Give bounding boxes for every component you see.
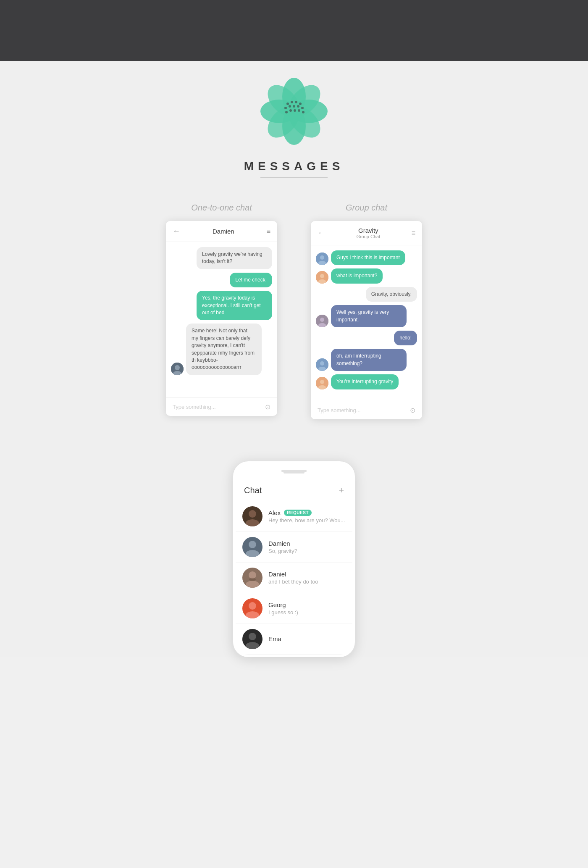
- list-item-info: Georg I guess so :): [268, 601, 346, 615]
- list-item-info: Damien So, gravity?: [268, 540, 346, 554]
- svg-point-39: [318, 323, 326, 327]
- one-to-one-showcase: One-to-one chat ← Damien ≡ Lovely gravit…: [166, 203, 277, 419]
- message-row: Gravity, obviously.: [316, 287, 417, 302]
- menu-button[interactable]: ≡: [412, 229, 415, 237]
- message-bubble: what is important?: [331, 268, 383, 283]
- contact-name: Ema: [268, 635, 346, 642]
- svg-point-21: [302, 111, 304, 113]
- group-chat-subtitle: Group Chat: [356, 234, 380, 239]
- svg-point-32: [320, 255, 324, 260]
- input-placeholder[interactable]: Type something...: [173, 404, 216, 410]
- avatar: [316, 358, 328, 371]
- camera-icon[interactable]: ⊙: [265, 403, 270, 411]
- svg-point-14: [293, 105, 295, 108]
- svg-point-45: [318, 385, 326, 389]
- message-bubble: You're interrupting gravity: [331, 374, 399, 389]
- list-item-info: Daniel and I bet they do too: [268, 571, 346, 585]
- message-row: hello!: [316, 331, 417, 345]
- svg-point-13: [289, 105, 291, 108]
- svg-point-55: [249, 578, 256, 581]
- phone-speaker: [284, 471, 304, 473]
- svg-point-33: [318, 261, 326, 265]
- svg-point-15: [297, 105, 299, 108]
- app-header: [0, 0, 588, 61]
- group-chat-showcase: Group chat ← Gravity Group Chat ≡: [311, 203, 422, 419]
- message-preview: I guess so :): [268, 609, 346, 615]
- one-to-one-label: One-to-one chat: [191, 203, 252, 213]
- flower-logo: [256, 74, 332, 149]
- avatar: [316, 377, 328, 389]
- camera-icon[interactable]: ⊙: [410, 406, 415, 414]
- contact-name: Damien: [268, 540, 346, 547]
- list-item-info: Alex REQUEST Hey there, how are you? Wou…: [268, 509, 346, 523]
- back-button[interactable]: ←: [173, 227, 180, 236]
- group-chat-phone: ← Gravity Group Chat ≡: [311, 221, 422, 419]
- message-bubble: hello!: [394, 331, 417, 345]
- avatar: [242, 568, 262, 588]
- phone-notch: [236, 464, 352, 481]
- message-row: Let me check.: [171, 273, 272, 287]
- svg-point-24: [297, 113, 299, 116]
- list-item[interactable]: Georg I guess so :): [236, 593, 352, 624]
- message-bubble: Lovely gravity we're having today, isn't…: [197, 247, 272, 269]
- message-bubble: Yes, the gravity today is exceptional. I…: [197, 291, 272, 320]
- title-divider: [260, 177, 328, 178]
- svg-point-57: [249, 602, 256, 610]
- svg-point-47: [249, 510, 256, 518]
- contact-name-text: Georg: [268, 601, 286, 608]
- list-item[interactable]: Daniel and I bet they do too: [236, 563, 352, 593]
- svg-point-50: [249, 541, 256, 548]
- message-row: You're interrupting gravity: [316, 374, 417, 389]
- message-bubble: Let me check.: [230, 273, 272, 287]
- contact-name-text: Ema: [268, 635, 281, 642]
- chat-title: Damien: [213, 228, 234, 235]
- add-chat-button[interactable]: +: [339, 485, 344, 496]
- contact-name-text: Alex: [268, 509, 281, 516]
- message-row: Yes, the gravity today is exceptional. I…: [171, 291, 272, 320]
- svg-point-35: [320, 274, 324, 278]
- message-preview: So, gravity?: [268, 548, 346, 554]
- contact-name-text: Daniel: [268, 571, 286, 578]
- list-item-info: Ema: [268, 635, 346, 643]
- svg-point-44: [320, 380, 324, 384]
- group-input-placeholder[interactable]: Type something...: [318, 407, 361, 413]
- menu-button[interactable]: ≡: [267, 228, 270, 235]
- avatar: [316, 253, 328, 265]
- avatar: [316, 315, 328, 327]
- back-button[interactable]: ←: [318, 229, 325, 237]
- avatar: [242, 629, 262, 649]
- svg-point-10: [295, 101, 297, 103]
- svg-point-36: [318, 279, 326, 284]
- svg-point-23: [293, 113, 295, 116]
- list-item[interactable]: Damien So, gravity?: [236, 532, 352, 563]
- svg-point-22: [289, 113, 291, 116]
- message-bubble: Well yes, gravity is very important.: [331, 305, 407, 327]
- avatar: [242, 506, 262, 526]
- svg-point-41: [320, 361, 324, 366]
- svg-point-16: [301, 107, 304, 109]
- list-item[interactable]: Ema: [236, 624, 352, 655]
- contact-name: Daniel: [268, 571, 346, 578]
- avatar: [242, 537, 262, 557]
- message-row: Guys I think this is important: [316, 250, 417, 265]
- contact-name: Georg: [268, 601, 346, 608]
- message-bubble: Same here! Not only that, my fingers can…: [186, 324, 262, 375]
- message-row: what is important?: [316, 268, 417, 283]
- chat-list-title: Chat: [244, 486, 262, 495]
- message-bubble: Gravity, obviously.: [366, 287, 417, 302]
- svg-point-60: [249, 633, 256, 640]
- message-bubble: oh, am I interrupting something?: [331, 349, 407, 371]
- svg-point-11: [299, 103, 302, 105]
- list-item[interactable]: Alex REQUEST Hey there, how are you? Wou…: [236, 501, 352, 532]
- svg-point-19: [294, 109, 296, 112]
- svg-point-29: [175, 365, 180, 370]
- message-row: Same here! Not only that, my fingers can…: [171, 324, 272, 375]
- group-chat-input-bar: Type something... ⊙: [311, 401, 422, 419]
- avatar: [171, 363, 184, 375]
- phone-3d-mockup: Chat + Alex REQUEST Hey there, how are y…: [233, 461, 355, 657]
- contact-name-text: Damien: [268, 540, 290, 547]
- svg-point-25: [291, 118, 293, 120]
- chat-header: ← Damien ≡: [166, 221, 277, 242]
- message-row: oh, am I interrupting something?: [316, 349, 417, 371]
- svg-point-38: [320, 318, 324, 322]
